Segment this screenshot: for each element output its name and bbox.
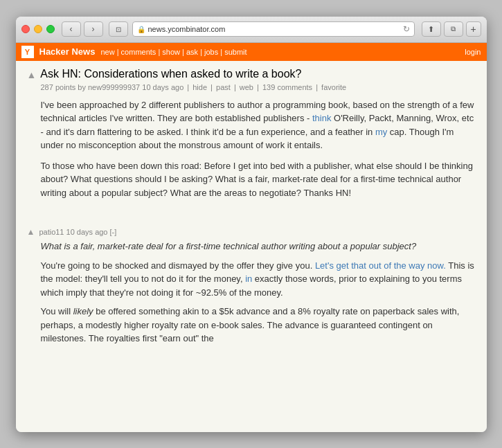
hn-header-left: Y Hacker News new | comments | show | as… [21, 46, 247, 58]
comment-header-0: ▲ patio11 10 days ago [-] [27, 227, 476, 237]
back-button[interactable]: ‹ [62, 21, 81, 37]
my-highlight: my [375, 127, 387, 137]
new-tab-icon: + [470, 24, 476, 35]
new-tab-button[interactable]: + [466, 21, 481, 37]
comment-0: ▲ patio11 10 days ago [-] What is a fair… [27, 224, 476, 354]
post-points: 287 points [41, 83, 76, 91]
duplicate-icon: ⧉ [451, 25, 456, 33]
post-web-link[interactable]: web [240, 83, 253, 91]
post-by: by new999999937 [78, 83, 140, 91]
comment-p1: You're going to be shocked and dismayed … [41, 259, 476, 300]
close-button[interactable] [21, 25, 30, 33]
comment-meta-0: patio11 10 days ago [-] [39, 228, 116, 236]
post-past-link[interactable]: past [216, 83, 231, 91]
hn-login-link[interactable]: login [465, 48, 481, 56]
post-author[interactable]: by new999999937 [78, 83, 140, 91]
post-vote-arrow[interactable]: ▲ [27, 69, 37, 80]
hn-logo[interactable]: Y [21, 46, 34, 58]
separator-2: | [210, 83, 215, 91]
post-hide-link[interactable]: hide [192, 83, 207, 91]
separator-4: | [257, 83, 261, 91]
address-bar[interactable]: 🔒 news.ycombinator.com ↻ [132, 21, 415, 37]
lets-highlight: Let's get that out of the way now. [315, 260, 446, 271]
hn-nav: new | comments | show | ask | jobs | sub… [100, 48, 246, 56]
browser-window: ‹ › ⊡ 🔒 news.ycombinator.com ↻ ⬆ ⧉ + [16, 17, 487, 432]
forward-icon: › [92, 24, 95, 34]
nav-buttons: ‹ › [62, 21, 103, 37]
divider [27, 208, 476, 222]
think-highlight: think [312, 113, 331, 123]
share-button[interactable]: ⬆ [422, 21, 441, 37]
post-body-p2: To those who have been down this road: B… [41, 159, 476, 200]
separator-1: | [187, 83, 191, 91]
in-highlight: in [245, 274, 252, 284]
hn-content: ▲ Ask HN: Considerations when asked to w… [16, 61, 487, 361]
comment-toggle[interactable]: [-] [110, 228, 117, 236]
post-title-row: ▲ Ask HN: Considerations when asked to w… [27, 68, 476, 80]
comment-p2: You will likely be offered something aki… [41, 305, 476, 346]
tab-overview-button[interactable]: ⊡ [109, 21, 128, 37]
maximize-button[interactable] [46, 25, 55, 33]
separator-3: | [234, 83, 238, 91]
comment-author[interactable]: patio11 [39, 228, 64, 236]
post-comments-link[interactable]: 139 comments [262, 83, 312, 91]
toolbar-right: ⬆ ⧉ + [422, 21, 481, 37]
comment-time-text: 10 days ago [66, 228, 108, 236]
post-favorite-link[interactable]: favorite [321, 83, 346, 91]
minimize-button[interactable] [34, 25, 42, 33]
separator-5: | [316, 83, 320, 91]
hn-site-title: Hacker News [39, 46, 96, 57]
titlebar: ‹ › ⊡ 🔒 news.ycombinator.com ↻ ⬆ ⧉ + [16, 17, 487, 43]
hn-header: Y Hacker News new | comments | show | as… [16, 43, 487, 61]
tab-icon: ⊡ [116, 26, 121, 33]
comment-body-0: What is a fair, market-rate deal for a f… [41, 240, 476, 346]
comment-quote: What is a fair, market-rate deal for a f… [41, 240, 476, 253]
page-content: Y Hacker News new | comments | show | as… [16, 43, 487, 432]
refresh-button[interactable]: ↻ [403, 24, 410, 34]
share-icon: ⬆ [428, 25, 434, 34]
likely-italic: likely [73, 306, 93, 316]
comment-section: ▲ patio11 10 days ago [-] What is a fair… [27, 224, 476, 354]
lock-icon: 🔒 [137, 26, 145, 33]
comment-vote-arrow[interactable]: ▲ [27, 227, 35, 237]
url-text: news.ycombinator.com [148, 25, 400, 33]
post-time: 10 days ago [142, 83, 183, 91]
post-title: Ask HN: Considerations when asked to wri… [40, 68, 301, 80]
post-body: I've been approached by 2 different publ… [41, 98, 476, 200]
comment-quote-em: What is a fair, market-rate deal for a f… [41, 241, 417, 251]
duplicate-button[interactable]: ⧉ [444, 21, 463, 37]
back-icon: ‹ [70, 24, 73, 34]
post-body-p1: I've been approached by 2 different publ… [41, 98, 476, 152]
window-controls [21, 25, 55, 33]
forward-button[interactable]: › [84, 21, 103, 37]
comment-toggle-text: [-] [110, 228, 117, 236]
post-meta: 287 points by new999999937 10 days ago |… [41, 83, 476, 91]
